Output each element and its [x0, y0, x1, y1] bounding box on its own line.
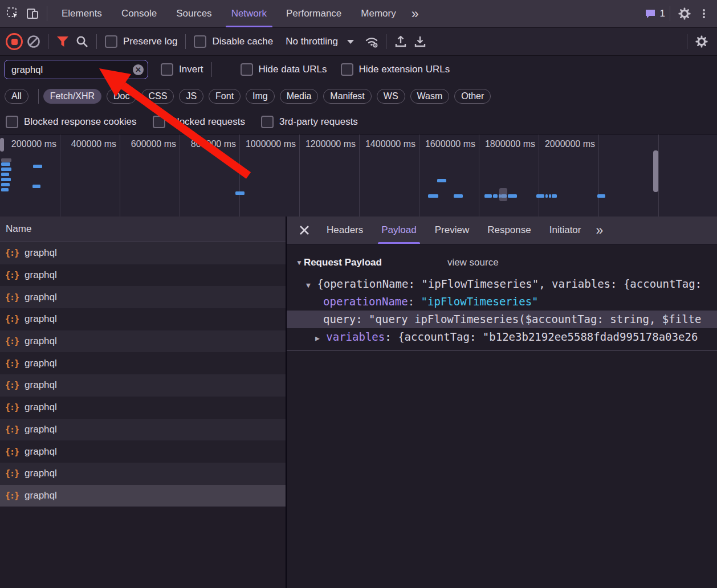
- tab-network[interactable]: Network: [222, 0, 276, 27]
- preserve-log-checkbox[interactable]: [105, 35, 117, 48]
- ruler-label: 400000 ms: [71, 139, 116, 149]
- filter-toggle-button[interactable]: [53, 32, 72, 51]
- fetch-xhr-icon: {:}: [5, 491, 19, 501]
- request-row[interactable]: {:}graphql: [0, 419, 286, 441]
- request-timing-bar: [549, 194, 551, 198]
- filter-input[interactable]: [4, 60, 148, 79]
- fetch-xhr-icon: {:}: [5, 336, 19, 346]
- collapse-triangle-icon[interactable]: ▼: [296, 259, 303, 267]
- close-detail-button[interactable]: [295, 220, 314, 240]
- tab-performance[interactable]: Performance: [276, 0, 351, 27]
- issues-button[interactable]: 1: [645, 4, 665, 23]
- expand-triangle-icon[interactable]: ▼: [306, 281, 311, 289]
- type-chip-doc[interactable]: Doc: [107, 89, 136, 104]
- type-chip-css[interactable]: CSS: [141, 89, 174, 104]
- view-source-link[interactable]: view source: [447, 257, 499, 268]
- ruler-gridline: [658, 134, 659, 218]
- more-tabs-button[interactable]: »: [406, 1, 425, 26]
- network-settings-button[interactable]: [692, 32, 711, 51]
- invert-checkbox[interactable]: [161, 63, 173, 76]
- import-har-button[interactable]: [391, 32, 410, 51]
- tab-console[interactable]: Console: [112, 0, 166, 27]
- request-row[interactable]: {:}graphql: [0, 485, 286, 507]
- throttling-select[interactable]: No throttling: [286, 36, 362, 47]
- type-chip-wasm[interactable]: Wasm: [410, 89, 450, 104]
- type-chip-js[interactable]: JS: [179, 89, 203, 104]
- request-timing-bar: [536, 194, 544, 198]
- network-overview-timeline[interactable]: 200000 ms400000 ms600000 ms800000 ms1000…: [0, 134, 717, 219]
- settings-button[interactable]: [675, 4, 694, 23]
- wifi-gear-icon: [364, 35, 379, 48]
- more-detail-tabs-button[interactable]: »: [590, 218, 609, 243]
- request-row[interactable]: {:}graphql: [0, 264, 286, 287]
- request-name: graphql: [25, 379, 57, 391]
- request-timing-bar: [1, 178, 11, 181]
- menu-button[interactable]: [694, 4, 714, 23]
- network-conditions-button[interactable]: [362, 32, 381, 51]
- detail-tab-payload[interactable]: Payload: [372, 217, 425, 244]
- detail-tab-response[interactable]: Response: [478, 217, 540, 244]
- request-row[interactable]: {:}graphql: [0, 397, 286, 419]
- type-chip-all[interactable]: All: [5, 89, 28, 104]
- blocked-requests-checkbox[interactable]: [153, 116, 165, 128]
- clear-filter-icon[interactable]: ✕: [133, 64, 144, 75]
- payload-variables-line[interactable]: ▶ variables: {accountTag: "b12e3b2192ee5…: [287, 328, 717, 346]
- name-column-header[interactable]: Name: [0, 217, 286, 242]
- request-row[interactable]: {:}graphql: [0, 286, 286, 308]
- divider: [287, 350, 717, 351]
- type-chip-font[interactable]: Font: [209, 89, 241, 104]
- type-chip-ws[interactable]: WS: [377, 89, 405, 104]
- three-dots-icon: [698, 8, 710, 19]
- request-row[interactable]: {:}graphql: [0, 242, 286, 264]
- detail-tab-headers[interactable]: Headers: [317, 217, 372, 244]
- inspect-element-button[interactable]: [3, 4, 23, 23]
- overview-right-grip[interactable]: [653, 150, 658, 192]
- requests-table: Name {:}graphql{:}graphql{:}graphql{:}gr…: [0, 217, 287, 588]
- fetch-xhr-icon: {:}: [5, 424, 19, 435]
- request-row[interactable]: {:}graphql: [0, 330, 286, 353]
- record-icon: [6, 33, 23, 50]
- request-row[interactable]: {:}graphql: [0, 374, 286, 397]
- disable-cache-checkbox[interactable]: [194, 35, 206, 48]
- type-chip-manifest[interactable]: Manifest: [323, 89, 371, 104]
- detail-tab-initiator[interactable]: Initiator: [540, 217, 590, 244]
- ruler-gridline: [299, 134, 300, 218]
- hide-data-urls-checkbox[interactable]: [241, 63, 253, 76]
- invert-label: Invert: [179, 64, 203, 75]
- tab-elements[interactable]: Elements: [52, 0, 112, 27]
- request-name: graphql: [25, 424, 57, 435]
- type-chip-img[interactable]: Img: [246, 89, 275, 104]
- request-name: graphql: [25, 490, 57, 501]
- record-network-log-button[interactable]: [5, 32, 24, 51]
- search-button[interactable]: [72, 32, 92, 51]
- device-toolbar-button[interactable]: [23, 4, 42, 23]
- request-type-filters: AllFetch/XHRDocCSSJSFontImgMediaManifest…: [0, 83, 717, 109]
- request-timing-bar: [33, 165, 42, 168]
- type-chip-media[interactable]: Media: [280, 89, 319, 104]
- blocked-response-cookies-checkbox[interactable]: [6, 116, 18, 128]
- clear-network-log-button[interactable]: [24, 32, 43, 51]
- expand-triangle-icon[interactable]: ▶: [315, 334, 320, 342]
- tab-memory[interactable]: Memory: [351, 0, 405, 27]
- request-row[interactable]: {:}graphql: [0, 352, 286, 374]
- request-row[interactable]: {:}graphql: [0, 463, 286, 485]
- request-name: graphql: [25, 270, 57, 281]
- export-har-button[interactable]: [410, 32, 430, 51]
- detail-tab-preview[interactable]: Preview: [426, 217, 478, 244]
- hide-extension-urls-checkbox[interactable]: [341, 63, 353, 76]
- divider: [386, 34, 386, 49]
- ruler-gridline: [120, 134, 120, 218]
- request-timing-bar: [545, 194, 548, 198]
- overview-left-grip[interactable]: [0, 138, 4, 152]
- ruler-gridline: [419, 134, 419, 218]
- request-row[interactable]: {:}graphql: [0, 440, 286, 463]
- payload-summary-line[interactable]: ▼ {operationName: "ipFlowTimeseries", va…: [287, 275, 717, 293]
- request-row[interactable]: {:}graphql: [0, 308, 286, 330]
- type-chip-other[interactable]: Other: [454, 89, 491, 104]
- third-party-requests-checkbox[interactable]: [261, 116, 274, 128]
- type-chip-fetch-xhr[interactable]: Fetch/XHR: [43, 89, 101, 104]
- tab-sources[interactable]: Sources: [166, 0, 221, 27]
- payload-query-line[interactable]: query: "query ipFlowTimeseries($accountT…: [287, 311, 717, 328]
- request-payload-title: Request Payload: [304, 257, 382, 268]
- request-timing-bar: [1, 188, 9, 191]
